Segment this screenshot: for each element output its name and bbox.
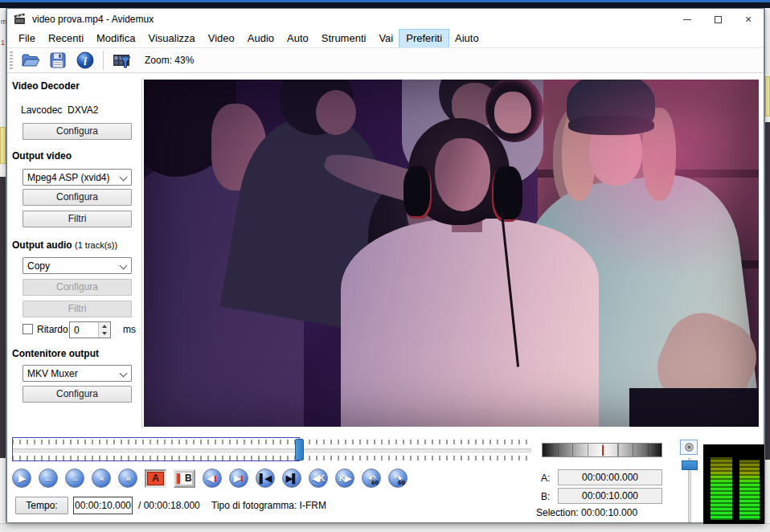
maximize-button[interactable] — [702, 9, 733, 30]
audio-vu-meter — [703, 444, 764, 524]
audio-codec-select[interactable]: Copy — [23, 257, 132, 274]
background-dark-region — [765, 122, 770, 460]
toolbar: i Zoom: 43% — [7, 47, 764, 73]
video-preview — [144, 80, 759, 427]
vignette-overlay — [144, 80, 759, 427]
frame-type-value: I-FRM — [300, 500, 326, 511]
video-codec-select[interactable]: Mpeg4 ASP (xvid4) — [23, 169, 132, 186]
status-row: Tempo: 00:00:10.000 / 00:00:18.000 Tipo … — [7, 494, 538, 518]
goto-selection-end-button[interactable]: ▶I — [229, 469, 248, 488]
video-configure-button[interactable]: Configura — [23, 189, 132, 206]
vu-bar-right — [739, 452, 760, 520]
next-black-frame-button[interactable]: ▶▌ — [282, 469, 301, 488]
settings-panel: Video Decoder Lavcodec DXVA2 Configura O… — [7, 73, 141, 439]
marker-a-time: 00:00:00.000 — [558, 469, 662, 485]
background-window-right-sliver — [764, 8, 770, 523]
zoom-level-label: Zoom: 43% — [145, 55, 194, 66]
total-duration-label: / 00:00:18.000 — [138, 500, 200, 511]
audio-filters-button: Filtri — [23, 301, 132, 317]
decoder-configure-button[interactable]: Configura — [23, 123, 132, 140]
mute-button[interactable] — [680, 440, 698, 455]
video-filter-icon[interactable] — [112, 51, 131, 70]
next-keyframe-button[interactable]: K▶ — [335, 469, 354, 488]
goto-selection-start-button[interactable]: ◀I — [203, 469, 222, 488]
marker-b-label: B: — [541, 491, 550, 502]
menu-item-file[interactable]: File — [12, 30, 42, 47]
spin-up-button[interactable] — [99, 322, 110, 330]
marker-b-time: 00:00:10.000 — [558, 488, 662, 504]
video-codec-value: Mpeg4 ASP (xvid4) — [27, 172, 110, 183]
back-one-minute-button[interactable]: ↶60 — [362, 469, 381, 488]
menu-item-auto[interactable]: Auto — [281, 30, 315, 47]
video-decoder-title: Video Decoder — [12, 80, 80, 92]
volume-slider-handle[interactable] — [682, 460, 698, 470]
transport-bar: ▶←→«»A▌B◀I▶I▌◀▶▌◀KK▶↶60↷60 — [12, 468, 408, 489]
jog-center-marker — [602, 445, 604, 456]
menu-bar: FileRecentiModificaVisualizzaVideoAudioA… — [7, 30, 764, 47]
video-filters-button[interactable]: Filtri — [23, 211, 132, 227]
previous-frame-button[interactable]: ← — [39, 469, 58, 488]
background-text-fragment: 1 — [1, 39, 5, 47]
video-preview-frame — [141, 78, 760, 428]
output-video-title: Output video — [12, 150, 72, 162]
open-file-icon[interactable] — [21, 51, 40, 70]
background-badge — [765, 76, 770, 117]
menu-item-vai[interactable]: Vai — [372, 30, 399, 47]
audio-tracks-note: (1 track(s)) — [75, 240, 117, 250]
window-title: video prova.mp4 - Avidemux — [32, 14, 154, 25]
output-audio-title-text: Output audio — [12, 239, 72, 251]
toolbar-separator — [103, 51, 104, 70]
next-frame-button[interactable]: → — [65, 469, 84, 488]
delay-value: 0 — [74, 325, 80, 336]
forward-one-minute-button[interactable]: ↷60 — [388, 469, 408, 488]
information-icon[interactable]: i — [76, 51, 95, 70]
chevron-down-icon — [120, 370, 128, 378]
muxer-value: MKV Muxer — [27, 368, 78, 379]
title-bar[interactable]: video prova.mp4 - Avidemux × — [7, 9, 764, 30]
delay-checkbox[interactable] — [23, 324, 33, 334]
menu-item-visualizza[interactable]: Visualizza — [141, 30, 201, 47]
decoder-accel-label: DXVA2 — [68, 104, 98, 116]
menu-item-aiuto[interactable]: Aiuto — [448, 30, 485, 47]
background-badge — [0, 127, 6, 164]
decoder-engine-label: Lavcodec — [21, 104, 62, 116]
timeline-slider[interactable] — [12, 437, 531, 463]
menu-item-preferiti[interactable]: Preferiti — [399, 30, 448, 47]
menu-item-strumenti[interactable]: Strumenti — [315, 30, 373, 47]
menu-item-modifica[interactable]: Modifica — [90, 30, 141, 47]
close-button[interactable]: × — [733, 9, 764, 30]
save-file-icon[interactable] — [48, 51, 68, 70]
spin-down-button[interactable] — [99, 330, 110, 338]
menu-item-video[interactable]: Video — [202, 30, 241, 47]
minimize-button[interactable] — [672, 9, 702, 30]
muxer-configure-button[interactable]: Configura — [23, 386, 132, 403]
background-window-left-sliver: m 1 — [0, 8, 6, 523]
background-window-top-strip — [0, 0, 770, 8]
previous-black-frame-button[interactable]: ▌◀ — [256, 469, 275, 488]
menu-item-audio[interactable]: Audio — [241, 30, 281, 47]
maximize-icon — [715, 16, 722, 23]
timeline-handle[interactable] — [295, 439, 304, 460]
set-marker-b-button[interactable]: ▌B — [174, 469, 195, 488]
toolbar-drag-handle[interactable] — [10, 51, 13, 69]
timeline-selection — [12, 437, 300, 461]
background-bottom-strip — [0, 523, 770, 532]
minimize-icon — [683, 19, 691, 20]
clapperboard-icon — [14, 13, 27, 26]
vu-bar-left — [711, 448, 732, 520]
rewind-button[interactable]: « — [92, 469, 111, 488]
previous-keyframe-button[interactable]: ◀K — [309, 469, 328, 488]
audio-configure-button: Configura — [23, 279, 132, 296]
menu-item-recenti[interactable]: Recenti — [42, 30, 90, 47]
jog-shuttle-wheel[interactable] — [542, 443, 662, 457]
muxer-select[interactable]: MKV Muxer — [23, 365, 132, 382]
output-container-title: Contenitore output — [12, 348, 99, 359]
fast-forward-button[interactable]: » — [118, 469, 137, 488]
time-mode-button[interactable]: Tempo: — [15, 497, 68, 514]
delay-unit-label: ms — [123, 324, 136, 335]
set-marker-a-button[interactable]: A — [145, 469, 166, 488]
delay-spinbox[interactable]: 0 — [69, 321, 111, 338]
play-button[interactable]: ▶ — [12, 469, 31, 488]
background-dark-region — [0, 177, 6, 458]
current-time-input[interactable]: 00:00:10.000 — [73, 497, 133, 514]
